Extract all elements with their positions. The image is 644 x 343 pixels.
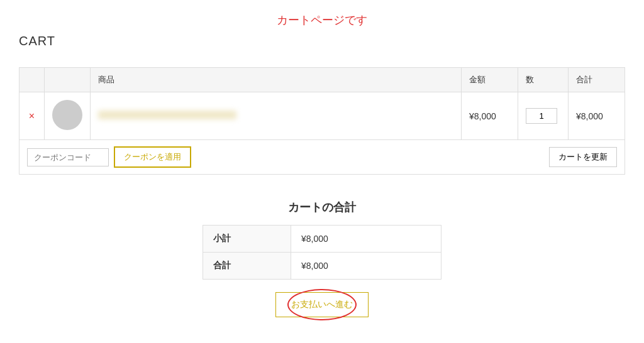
cart-totals-title: カートの合計 <box>288 200 356 215</box>
col-header-qty: 数 <box>518 68 569 92</box>
product-name <box>98 111 236 119</box>
checkout-button-wrap: お支払いへ進む <box>275 292 369 317</box>
cart-totals-section: カートの合計 小計 ¥8,000 合計 ¥8,000 お支払いへ進む <box>19 200 625 317</box>
update-cart-button[interactable]: カートを更新 <box>549 147 617 167</box>
table-row: × ¥8,000 ¥8,000 <box>19 92 625 140</box>
totals-table: 小計 ¥8,000 合計 ¥8,000 <box>203 225 441 280</box>
subtotal-value: ¥8,000 <box>291 226 441 253</box>
col-header-product: 商品 <box>91 68 462 92</box>
cart-table: 商品 金額 数 合計 × ¥8,000 ¥8,000 <box>19 67 625 140</box>
qty-input[interactable] <box>526 108 557 124</box>
col-header-total: 合計 <box>569 68 625 92</box>
checkout-button[interactable]: お支払いへ進む <box>275 292 369 317</box>
cart-title: CART <box>19 34 625 48</box>
subtotal-label: 小計 <box>203 226 291 253</box>
col-header-image <box>45 68 91 92</box>
product-image <box>52 100 82 130</box>
subtotal-row: 小計 ¥8,000 <box>203 226 441 253</box>
col-header-price: 金額 <box>462 68 518 92</box>
coupon-input[interactable] <box>27 148 109 166</box>
coupon-row: クーポンを適用 カートを更新 <box>19 140 625 175</box>
page-header-title: カートページです <box>19 13 625 28</box>
remove-item-button[interactable]: × <box>29 111 35 122</box>
total-label: 合計 <box>203 253 291 280</box>
total-value: ¥8,000 <box>291 253 441 280</box>
total-row: 合計 ¥8,000 <box>203 253 441 280</box>
product-price: ¥8,000 <box>462 92 518 140</box>
product-total: ¥8,000 <box>569 92 625 140</box>
apply-coupon-button[interactable]: クーポンを適用 <box>114 146 191 168</box>
col-header-remove <box>19 68 45 92</box>
